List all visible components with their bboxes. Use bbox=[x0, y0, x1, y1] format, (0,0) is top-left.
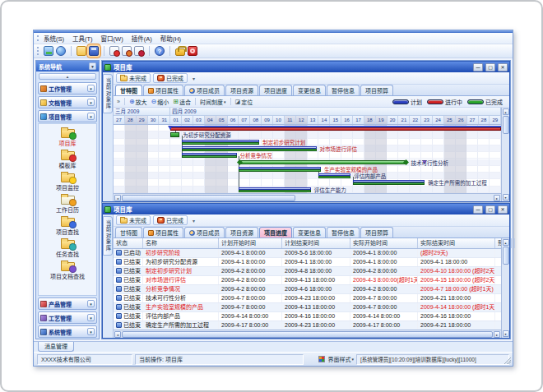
toolbar-overflow-icon[interactable] bbox=[193, 218, 195, 224]
hscroll-thumb[interactable] bbox=[122, 331, 493, 338]
sidebar-item[interactable]: 工作日历 bbox=[56, 192, 79, 214]
vscroll-thumb[interactable] bbox=[503, 116, 509, 134]
sidebar-collapse-button[interactable] bbox=[39, 73, 96, 80]
scroll-left-icon[interactable]: ◂ bbox=[114, 195, 121, 201]
table-vscrollbar[interactable]: ▴ ▾ bbox=[501, 238, 509, 338]
table-row[interactable]: 已结束确定生产所需的加工过程2009-4-17 8:00:002009-4-23… bbox=[114, 321, 501, 330]
chevron-down-icon[interactable] bbox=[87, 85, 95, 92]
tab-item[interactable]: 项目资源 bbox=[225, 227, 258, 238]
gantt-hscrollbar[interactable]: ◂ ▸ bbox=[114, 193, 501, 201]
table-row[interactable]: 已结束制定初步研究计划2009-4-2 8:00:002009-4-8 18:0… bbox=[114, 267, 501, 276]
tab-item[interactable]: 暂停信息 bbox=[327, 227, 360, 238]
report-new-icon[interactable] bbox=[109, 46, 119, 56]
chevron-down-icon[interactable] bbox=[87, 328, 95, 335]
tab-item[interactable]: 项目成员 bbox=[184, 227, 225, 238]
column-header[interactable]: 成 bbox=[512, 238, 515, 248]
zoom-in-button[interactable]: 放大 bbox=[129, 98, 147, 106]
folder-open-icon[interactable] bbox=[77, 46, 86, 56]
tab-item[interactable]: 甘特图 bbox=[115, 227, 142, 238]
gantt-vscrollbar[interactable]: ▴ ▾ bbox=[501, 108, 509, 201]
menu-item[interactable]: 插件(A) bbox=[132, 34, 152, 43]
report-open-icon[interactable] bbox=[122, 46, 132, 56]
column-header[interactable]: 实际开始时间 bbox=[350, 238, 418, 248]
chevron-down-icon[interactable] bbox=[87, 300, 95, 307]
more-tools-icon[interactable]: » bbox=[117, 99, 120, 104]
table-hscrollbar[interactable]: ◂ ▸ bbox=[114, 330, 501, 338]
pin-icon[interactable] bbox=[89, 62, 96, 70]
finished-button[interactable]: 已完成 bbox=[153, 215, 188, 225]
minimize-button[interactable] bbox=[473, 63, 483, 71]
current-object-library-tab[interactable]: 当前对象库 bbox=[103, 216, 113, 256]
table-row[interactable]: 已结束对市场进行评估2009-4-2 8:00:002009-4-13 18:0… bbox=[114, 276, 501, 285]
interface-style-dropdown[interactable]: 界面样式 bbox=[327, 355, 354, 363]
sidebar-item[interactable]: 项目监控 bbox=[56, 170, 79, 191]
hscroll-thumb[interactable] bbox=[122, 195, 295, 201]
table-window-titlebar[interactable]: 项目库 bbox=[103, 204, 509, 214]
column-header[interactable]: 计划开始时间 bbox=[219, 238, 282, 248]
scroll-up-icon[interactable]: ▴ bbox=[503, 239, 509, 246]
task-bar[interactable] bbox=[353, 180, 425, 186]
task-bar[interactable] bbox=[182, 153, 236, 159]
fit-button[interactable]: 适合 bbox=[173, 98, 191, 106]
task-bar[interactable] bbox=[170, 132, 179, 138]
exit-icon[interactable] bbox=[188, 46, 197, 56]
tab-item[interactable]: 项目进度 bbox=[259, 227, 292, 238]
column-header[interactable]: 实际结束时间 bbox=[418, 238, 495, 248]
tab-item[interactable]: 项目属性 bbox=[143, 85, 183, 95]
tab-item[interactable]: 项目资源 bbox=[225, 85, 258, 95]
table-row[interactable]: 已结束评估内部产品2009-4-14 8:00:002009-4-16 18:0… bbox=[114, 312, 501, 321]
task-bar[interactable] bbox=[239, 187, 310, 193]
help-icon[interactable] bbox=[155, 46, 165, 56]
message-management-tab[interactable]: 消息管理 bbox=[38, 342, 74, 352]
sidebar-section[interactable]: 系统管理 bbox=[38, 325, 97, 338]
tab-item[interactable]: 项目属性 bbox=[143, 227, 183, 238]
workstation-icon[interactable] bbox=[44, 46, 53, 56]
scroll-down-icon[interactable]: ▾ bbox=[503, 330, 509, 337]
lock-icon[interactable] bbox=[175, 48, 185, 56]
scroll-down-icon[interactable]: ▾ bbox=[503, 194, 509, 201]
toolbar-overflow-icon[interactable] bbox=[193, 76, 195, 81]
sidebar-item[interactable]: 模板库 bbox=[59, 148, 77, 169]
finished-button[interactable]: 已完成 bbox=[153, 73, 188, 83]
sidebar-item[interactable]: 项目文档查找 bbox=[50, 259, 85, 280]
gantt-window-titlebar[interactable]: 项目库 bbox=[103, 62, 509, 72]
sidebar-section[interactable]: 文档管理 bbox=[38, 96, 97, 108]
table-row[interactable]: 已结束分析竞争情况2009-4-2 8:00:002009-4-6 18:00:… bbox=[114, 285, 501, 294]
task-bar[interactable] bbox=[239, 167, 321, 173]
task-bar[interactable] bbox=[239, 160, 407, 166]
maximize-button[interactable] bbox=[485, 63, 495, 71]
menu-item[interactable]: 帮助(H) bbox=[160, 34, 181, 43]
menu-item[interactable]: 窗口(W) bbox=[101, 34, 123, 43]
sidebar-section[interactable]: 工艺管理 bbox=[38, 311, 97, 324]
unfinished-button[interactable]: 未完成 bbox=[116, 215, 151, 225]
column-header[interactable]: 名称 bbox=[143, 238, 219, 248]
sidebar-item[interactable]: 项目查找 bbox=[56, 214, 79, 236]
tab-item[interactable]: 甘特图 bbox=[115, 85, 142, 95]
locate-button[interactable]: 定位 bbox=[235, 98, 253, 106]
scroll-left-icon[interactable]: ◂ bbox=[114, 331, 121, 338]
table-row[interactable]: 已启动初步研究阶段2009-4-1 8:00:002009-5-6 18:00:… bbox=[114, 249, 501, 258]
scroll-right-icon[interactable]: ▸ bbox=[494, 331, 500, 338]
current-object-library-tab[interactable]: 当前对象库 bbox=[103, 74, 113, 113]
sidebar-item[interactable]: 项目库 bbox=[59, 126, 77, 147]
zoom-out-button[interactable]: 缩小 bbox=[151, 98, 169, 106]
menu-item[interactable]: 工具(T) bbox=[72, 34, 93, 43]
table-row[interactable]: 已结束技术可行性分析2009-4-7 8:00:002009-4-23 18:0… bbox=[114, 294, 501, 303]
sidebar-section[interactable]: 项目管理 bbox=[38, 110, 97, 122]
minimize-button[interactable] bbox=[473, 205, 483, 214]
report-delete-icon[interactable] bbox=[134, 46, 144, 56]
table-row[interactable]: 已结束为初步研究分配资源2009-4-1 8:00:002009-4-1 18:… bbox=[114, 258, 501, 267]
tab-item[interactable]: 项目预算 bbox=[360, 227, 393, 238]
table-row[interactable]: 已结束生产实验室规模的产品2009-4-7 8:00:002009-4-13 1… bbox=[114, 303, 501, 312]
close-button[interactable] bbox=[498, 205, 508, 214]
sidebar-section[interactable]: 产品管理 bbox=[38, 297, 97, 310]
globe-icon[interactable] bbox=[56, 46, 66, 56]
scroll-up-icon[interactable]: ▴ bbox=[503, 108, 509, 115]
vscroll-thumb[interactable] bbox=[503, 247, 509, 265]
tab-item[interactable]: 项目成员 bbox=[184, 85, 225, 95]
time-scale-dropdown[interactable]: 时间刻度 bbox=[200, 98, 226, 106]
task-bar[interactable] bbox=[170, 126, 501, 131]
scroll-right-icon[interactable]: ▸ bbox=[494, 195, 500, 201]
tab-item[interactable]: 暂停信息 bbox=[327, 85, 360, 95]
menu-item[interactable]: 系统(S) bbox=[44, 34, 64, 43]
